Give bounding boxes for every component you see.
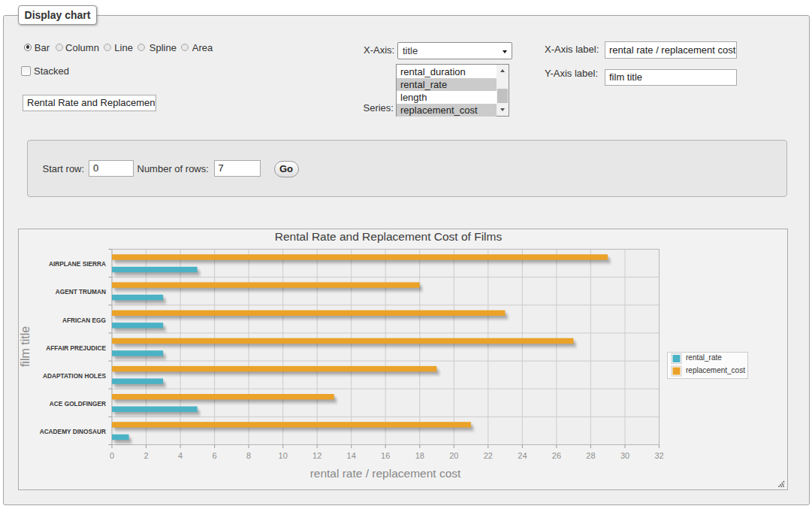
svg-text:0: 0 (110, 451, 114, 460)
svg-text:16: 16 (381, 451, 390, 460)
svg-text:ADAPTATION HOLES: ADAPTATION HOLES (43, 372, 107, 380)
svg-text:30: 30 (620, 451, 629, 460)
svg-text:22: 22 (484, 451, 493, 460)
svg-text:ACE GOLDFINGER: ACE GOLDFINGER (50, 400, 106, 407)
svg-text:4: 4 (178, 451, 183, 460)
svg-text:32: 32 (654, 451, 663, 460)
svg-text:10: 10 (279, 451, 288, 460)
svg-text:14: 14 (347, 451, 356, 460)
svg-text:Rental Rate and Replacement Co: Rental Rate and Replacement Cost of Film… (275, 230, 503, 243)
svg-text:18: 18 (415, 451, 424, 460)
svg-text:24: 24 (518, 451, 527, 460)
svg-text:AFFAIR PREJUDICE: AFFAIR PREJUDICE (46, 344, 106, 352)
svg-text:26: 26 (552, 451, 561, 460)
svg-text:AGENT TRUMAN: AGENT TRUMAN (56, 288, 106, 295)
svg-text:8: 8 (246, 451, 251, 460)
svg-text:28: 28 (586, 451, 595, 460)
svg-text:rental_rate: rental_rate (686, 353, 722, 362)
svg-text:ACADEMY DINOSAUR: ACADEMY DINOSAUR (40, 428, 106, 435)
svg-text:6: 6 (213, 451, 217, 460)
svg-text:rental rate / replacement cost: rental rate / replacement cost (310, 467, 461, 480)
svg-text:2: 2 (143, 451, 148, 460)
svg-text:AIRPLANE SIERRA: AIRPLANE SIERRA (49, 260, 106, 268)
svg-text:replacement_cost: replacement_cost (686, 366, 745, 374)
svg-text:film title: film title (19, 326, 32, 367)
svg-text:12: 12 (312, 451, 321, 460)
svg-text:20: 20 (449, 451, 458, 460)
svg-text:AFRICAN EGG: AFRICAN EGG (62, 317, 106, 324)
